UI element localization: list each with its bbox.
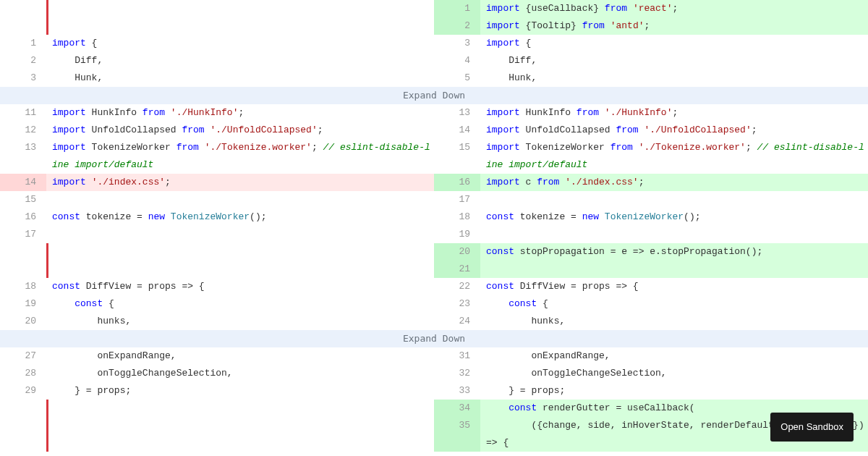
line-number-gutter[interactable] [0,0,46,17]
diff-row: 21 [0,261,868,278]
line-number-gutter[interactable]: 20 [0,313,46,330]
old-side: 11import HunkInfo from './HunkInfo'; [0,104,434,122]
line-number-gutter[interactable]: 22 [434,278,480,295]
code-line[interactable]: import { [46,35,434,52]
code-line[interactable]: import c from './index.css'; [480,174,868,191]
code-line[interactable]: onExpandRange, [480,347,868,365]
code-line[interactable]: onToggleChangeSelection, [480,365,868,382]
code-line[interactable]: } = props; [46,382,434,400]
code-line[interactable]: import UnfoldCollapsed from './UnfoldCol… [480,122,868,139]
line-number-gutter[interactable]: 17 [0,226,46,243]
line-number-gutter[interactable]: 28 [0,365,46,382]
line-number-gutter[interactable] [0,400,46,417]
code-line[interactable] [46,191,434,208]
expand-down-button[interactable]: Expand Down [0,87,868,104]
line-number-gutter[interactable]: 19 [434,226,480,243]
code-line[interactable]: Diff, [46,52,434,69]
code-line[interactable]: const { [480,295,868,313]
line-number-gutter[interactable]: 14 [434,122,480,139]
open-sandbox-button[interactable]: Open Sandbox [770,413,854,442]
line-number-gutter[interactable]: 13 [434,104,480,122]
line-number-gutter[interactable]: 3 [434,35,480,52]
diff-row: 11import HunkInfo from './HunkInfo';13im… [0,104,868,122]
line-number-gutter[interactable]: 2 [0,52,46,69]
line-number-gutter[interactable]: 20 [434,243,480,261]
code-line[interactable]: const DiffView = props => { [480,278,868,295]
code-line[interactable]: const tokenize = new TokenizeWorker(); [46,208,434,226]
line-number-gutter[interactable]: 17 [434,191,480,208]
code-line[interactable]: } = props; [480,382,868,400]
old-side: 19 const { [0,295,434,313]
line-number-gutter[interactable]: 34 [434,400,480,417]
line-number-gutter[interactable]: 1 [0,35,46,52]
line-number-gutter[interactable]: 21 [434,261,480,278]
line-number-gutter[interactable]: 3 [0,69,46,87]
code-line[interactable] [46,243,434,261]
code-line[interactable]: import TokenizeWorker from './Tokenize.w… [480,139,868,174]
line-number-gutter[interactable]: 18 [434,208,480,226]
code-line[interactable] [46,0,434,17]
line-number-gutter[interactable] [0,243,46,261]
code-line[interactable]: const { [46,295,434,313]
line-number-gutter[interactable]: 14 [0,174,46,191]
line-number-gutter[interactable]: 27 [0,347,46,365]
code-line[interactable] [480,261,868,278]
code-line[interactable]: import HunkInfo from './HunkInfo'; [480,104,868,122]
new-side: 13import HunkInfo from './HunkInfo'; [434,104,868,122]
code-line[interactable]: import './index.css'; [46,174,434,191]
line-number-gutter[interactable]: 4 [434,52,480,69]
code-line[interactable]: import UnfoldCollapsed from './UnfoldCol… [46,122,434,139]
new-side: 16import c from './index.css'; [434,174,868,191]
diff-row: 16const tokenize = new TokenizeWorker();… [0,208,868,226]
code-line[interactable]: const DiffView = props => { [46,278,434,295]
line-number-gutter[interactable]: 31 [434,347,480,365]
line-number-gutter[interactable]: 19 [0,295,46,313]
line-number-gutter[interactable] [0,417,46,452]
line-number-gutter[interactable]: 18 [0,278,46,295]
line-number-gutter[interactable]: 33 [434,382,480,400]
code-line[interactable]: onExpandRange, [46,347,434,365]
line-number-gutter[interactable]: 5 [434,69,480,87]
old-side: 28 onToggleChangeSelection, [0,365,434,382]
code-line[interactable]: Diff, [480,52,868,69]
code-line[interactable]: Hunk, [480,69,868,87]
line-number-gutter[interactable]: 23 [434,295,480,313]
code-line[interactable]: import HunkInfo from './HunkInfo'; [46,104,434,122]
code-line[interactable] [46,400,434,417]
line-number-gutter[interactable]: 1 [434,0,480,17]
diff-row: 19 const {23 const { [0,295,868,313]
line-number-gutter[interactable]: 2 [434,17,480,35]
code-line[interactable]: import {useCallback} from 'react'; [480,0,868,17]
code-line[interactable] [46,261,434,278]
code-line[interactable] [46,417,434,452]
line-number-gutter[interactable]: 35 [434,417,480,452]
line-number-gutter[interactable]: 15 [0,191,46,208]
diff-row: 13import TokenizeWorker from './Tokenize… [0,139,868,174]
line-number-gutter[interactable] [0,17,46,35]
code-line[interactable] [480,191,868,208]
line-number-gutter[interactable]: 32 [434,365,480,382]
code-line[interactable]: import {Tooltip} from 'antd'; [480,17,868,35]
code-line[interactable]: hunks, [480,313,868,330]
code-line[interactable]: Hunk, [46,69,434,87]
line-number-gutter[interactable]: 24 [434,313,480,330]
line-number-gutter[interactable]: 16 [0,208,46,226]
code-line[interactable]: import { [480,35,868,52]
code-line[interactable]: const stopPropagation = e => e.stopPropa… [480,243,868,261]
code-line[interactable] [46,17,434,35]
line-number-gutter[interactable] [0,261,46,278]
line-number-gutter[interactable]: 15 [434,139,480,174]
line-number-gutter[interactable]: 12 [0,122,46,139]
line-number-gutter[interactable]: 16 [434,174,480,191]
code-line[interactable]: import TokenizeWorker from './Tokenize.w… [46,139,434,174]
code-line[interactable]: onToggleChangeSelection, [46,365,434,382]
line-number-gutter[interactable]: 11 [0,104,46,122]
line-number-gutter[interactable]: 29 [0,382,46,400]
code-line[interactable] [480,226,868,243]
diff-row: 27 onExpandRange,31 onExpandRange, [0,347,868,365]
code-line[interactable]: const tokenize = new TokenizeWorker(); [480,208,868,226]
code-line[interactable]: hunks, [46,313,434,330]
expand-down-button[interactable]: Expand Down [0,330,868,347]
code-line[interactable] [46,226,434,243]
line-number-gutter[interactable]: 13 [0,139,46,174]
